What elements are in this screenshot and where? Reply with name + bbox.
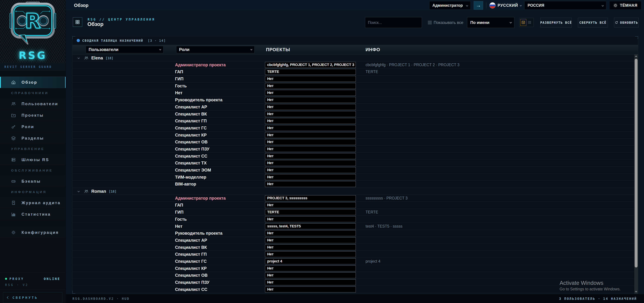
- scroll-up-arrow[interactable]: [635, 55, 637, 57]
- projects-input[interactable]: Нет: [265, 167, 356, 173]
- panel-count: [3 · 14]: [148, 39, 166, 43]
- scrollbar-thumb[interactable]: [634, 59, 638, 267]
- projects-input[interactable]: Нет: [265, 181, 356, 187]
- projects-input[interactable]: Нет: [265, 104, 356, 110]
- footer: RSG.DASHBOARD.V2 · HUD 3 ПОЛЬЗОВАТЕЛЬ · …: [66, 294, 644, 303]
- role-label: Специалист АР: [175, 237, 207, 244]
- assignment-row: Специалист ОВНет: [72, 272, 638, 279]
- nav-gap: [0, 220, 66, 227]
- table-view-button[interactable]: [520, 19, 526, 26]
- sidebar: R RSG REVIT SERVER GUARD ОбзорСПРАВОЧНИК…: [0, 0, 66, 303]
- projects-input[interactable]: Нет: [265, 202, 356, 208]
- region-dropdown[interactable]: РОССИЯ: [524, 1, 606, 10]
- role-label: ГАП: [175, 202, 183, 209]
- list-view-button[interactable]: [527, 19, 533, 26]
- topbar-title: Обзор: [74, 3, 88, 8]
- sidebar-nav: ОбзорСПРАВОЧНИКИПользователиПроектыРолиР…: [0, 77, 66, 238]
- assignment-row: ГостьНет: [72, 83, 638, 90]
- chevron-left-icon: [7, 296, 10, 299]
- info-text: sssssssss · PROJECT 3: [366, 195, 408, 202]
- chevron-down-icon: [159, 48, 161, 50]
- home-icon: [11, 80, 16, 85]
- sidebar-item-backups[interactable]: Бэкапы: [0, 176, 66, 187]
- sidebar-item-projects[interactable]: Проекты: [0, 110, 66, 121]
- vertical-scrollbar[interactable]: [634, 54, 638, 293]
- projects-input[interactable]: Нет: [265, 279, 356, 285]
- sidebar-item-overview[interactable]: Обзор: [0, 77, 66, 88]
- sidebar-item-config[interactable]: Конфигурация: [0, 227, 66, 238]
- projects-input[interactable]: Нет: [265, 251, 356, 257]
- assignment-row: ТИМ-моделлерНет: [72, 174, 638, 181]
- expand-all-button[interactable]: РАЗВЕРНУТЬ ВСЁ: [540, 18, 572, 28]
- user-group-icon: [84, 56, 88, 61]
- collapse-all-button[interactable]: СВЕРНУТЬ ВСЁ: [578, 18, 608, 28]
- nav-section-label: ОБСЛУЖИВАНИЕ: [0, 165, 66, 176]
- projects-input[interactable]: Нет: [265, 216, 356, 222]
- assignment-row: ГАПTERTETERTE: [72, 68, 638, 75]
- divider: [486, 2, 486, 9]
- sort-dropdown[interactable]: По имени: [467, 17, 514, 28]
- proxy-label: PROXY: [10, 277, 44, 281]
- projects-input[interactable]: Нет: [265, 97, 356, 103]
- theme-toggle-button[interactable]: ТЁМНАЯ: [609, 1, 641, 10]
- sidebar-item-roles[interactable]: Роли: [0, 121, 66, 132]
- projects-input[interactable]: Нет: [265, 230, 356, 236]
- topbar: Обзор Администратор → РУССКИЙ РОССИЯ ТЁМ…: [66, 0, 644, 11]
- projects-input[interactable]: Нет: [265, 76, 356, 82]
- projects-input[interactable]: Нет: [265, 83, 356, 89]
- projects-input[interactable]: cbcbfgfghfg, PROJECT 1, PROJECT 2, PROJE…: [265, 62, 356, 68]
- search-input[interactable]: [365, 17, 422, 28]
- projects-input[interactable]: Нет: [265, 272, 356, 278]
- chevron-down-icon: [250, 48, 252, 50]
- collapse-sidebar-button[interactable]: СВЕРНУТЬ: [3, 292, 62, 303]
- role-label: Гость: [175, 83, 187, 89]
- projects-input[interactable]: project 4: [265, 258, 356, 264]
- scroll-down-arrow[interactable]: [635, 291, 637, 292]
- projects-input[interactable]: Нет: [265, 111, 356, 117]
- projects-input[interactable]: Нет: [265, 139, 356, 145]
- logout-arrow-button[interactable]: →: [474, 1, 483, 10]
- role-label: Специалист ОВ: [175, 139, 208, 145]
- chevron-down-icon: [466, 4, 468, 7]
- projects-input[interactable]: Нет: [265, 265, 356, 271]
- language-dropdown[interactable]: РУССКИЙ: [490, 2, 521, 9]
- projects-input[interactable]: TERTE: [265, 209, 356, 215]
- projects-input[interactable]: Нет: [265, 153, 356, 159]
- assignment-row: BIM-авторНет: [72, 181, 638, 188]
- sidebar-item-users[interactable]: Пользователи: [0, 98, 66, 110]
- page-title: Обзор: [88, 21, 104, 27]
- projects-input[interactable]: Нет: [265, 286, 356, 292]
- projects-input[interactable]: Нет: [265, 160, 356, 166]
- projects-input[interactable]: Нет: [265, 244, 356, 250]
- users-column-dropdown[interactable]: Пользователи: [86, 46, 164, 53]
- sidebar-item-sections[interactable]: Разделы: [0, 132, 66, 144]
- projects-input[interactable]: sssss, test4, TEST5: [265, 223, 356, 229]
- user-group-row[interactable]: Elena[18]: [72, 54, 638, 62]
- projects-input[interactable]: Нет: [265, 125, 356, 131]
- projects-input[interactable]: Нет: [265, 174, 356, 180]
- info-text: cbcbfgfghfg · PROJECT 1 · PROJECT 2 · PR…: [366, 62, 460, 68]
- roles-column-dropdown[interactable]: Роли: [176, 46, 254, 53]
- projects-input[interactable]: Нет: [265, 146, 356, 152]
- projects-input[interactable]: Нет: [265, 118, 356, 124]
- sidebar-item-gateways[interactable]: Шлюзы RS: [0, 154, 66, 165]
- role-label: ТИМ-моделлер: [175, 174, 206, 181]
- stats-icon: [11, 212, 16, 217]
- projects-input[interactable]: Нет: [265, 237, 356, 243]
- role-dropdown[interactable]: Администратор: [429, 1, 471, 10]
- show-all-checkbox[interactable]: [428, 21, 432, 25]
- projects-input[interactable]: Нет: [265, 132, 356, 138]
- caret-down-icon[interactable]: [78, 190, 80, 192]
- projects-input[interactable]: TERTE: [265, 69, 356, 75]
- assignment-row: Специалист ГПНет: [72, 251, 638, 258]
- refresh-button[interactable]: ОБНОВИТЬ: [614, 18, 638, 28]
- sidebar-item-stats[interactable]: Статистика: [0, 209, 66, 220]
- nav-section-label: ИНФОРМАЦИЯ: [0, 187, 66, 197]
- projects-input[interactable]: Нет: [265, 90, 356, 96]
- user-group-row[interactable]: Roman[18]: [72, 188, 638, 195]
- projects-input[interactable]: PROJECT 3, sssssssss: [265, 195, 356, 201]
- caret-down-icon[interactable]: [78, 57, 80, 59]
- dashboard-grid-icon: [73, 17, 82, 27]
- role-label: Нет: [175, 89, 182, 96]
- sidebar-item-audit[interactable]: Журнал аудита: [0, 197, 66, 209]
